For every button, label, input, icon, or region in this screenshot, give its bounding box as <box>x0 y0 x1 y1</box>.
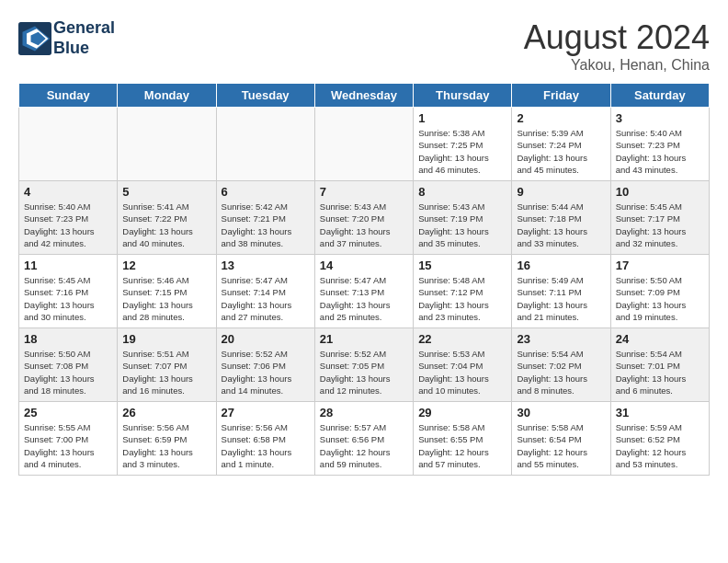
day-number: 30 <box>517 406 605 419</box>
cell-info: Sunrise: 5:50 AMSunset: 7:09 PMDaylight:… <box>616 274 704 323</box>
day-number: 27 <box>222 406 310 419</box>
day-number: 24 <box>616 332 704 346</box>
cell-info: Sunrise: 5:45 AMSunset: 7:17 PMDaylight:… <box>616 201 704 249</box>
day-number: 20 <box>222 332 310 346</box>
calendar-cell: 29Sunrise: 5:58 AMSunset: 6:55 PMDayligh… <box>414 402 512 476</box>
day-number: 16 <box>517 259 605 272</box>
calendar-cell: 21Sunrise: 5:52 AMSunset: 7:05 PMDayligh… <box>314 328 413 402</box>
day-number: 11 <box>24 259 112 272</box>
day-number: 18 <box>24 332 112 346</box>
page-header: General Blue August 2024 Yakou, Henan, C… <box>18 18 710 74</box>
calendar-cell: 2Sunrise: 5:39 AMSunset: 7:24 PMDaylight… <box>512 108 610 181</box>
day-number: 28 <box>320 406 408 419</box>
calendar-week-4: 18Sunrise: 5:50 AMSunset: 7:08 PMDayligh… <box>19 328 710 402</box>
day-number: 29 <box>418 406 506 419</box>
cell-info: Sunrise: 5:40 AMSunset: 7:23 PMDaylight:… <box>616 127 704 176</box>
day-number: 6 <box>222 185 310 199</box>
cell-info: Sunrise: 5:47 AMSunset: 7:14 PMDaylight:… <box>222 274 310 323</box>
calendar-cell: 15Sunrise: 5:48 AMSunset: 7:12 PMDayligh… <box>414 255 512 328</box>
day-number: 14 <box>320 259 408 272</box>
calendar-cell: 1Sunrise: 5:38 AMSunset: 7:25 PMDaylight… <box>414 108 512 181</box>
calendar-cell: 23Sunrise: 5:54 AMSunset: 7:02 PMDayligh… <box>512 328 610 402</box>
day-number: 31 <box>616 406 704 419</box>
calendar-cell: 18Sunrise: 5:50 AMSunset: 7:08 PMDayligh… <box>19 328 118 402</box>
cell-info: Sunrise: 5:57 AMSunset: 6:56 PMDaylight:… <box>320 421 408 470</box>
cell-info: Sunrise: 5:58 AMSunset: 6:55 PMDaylight:… <box>418 421 506 470</box>
logo-text: General Blue <box>53 18 115 58</box>
day-number: 23 <box>517 332 605 346</box>
cell-info: Sunrise: 5:55 AMSunset: 7:00 PMDaylight:… <box>24 421 112 470</box>
cell-info: Sunrise: 5:53 AMSunset: 7:04 PMDaylight:… <box>418 348 506 396</box>
day-header-monday: Monday <box>118 84 216 108</box>
day-number: 13 <box>222 259 310 272</box>
calendar-cell: 26Sunrise: 5:56 AMSunset: 6:59 PMDayligh… <box>118 402 216 476</box>
day-number: 19 <box>122 332 210 346</box>
day-header-tuesday: Tuesday <box>216 84 314 108</box>
day-number: 15 <box>418 259 506 272</box>
calendar-cell: 17Sunrise: 5:50 AMSunset: 7:09 PMDayligh… <box>610 255 709 328</box>
title-block: August 2024 Yakou, Henan, China <box>524 18 710 74</box>
calendar-cell: 25Sunrise: 5:55 AMSunset: 7:00 PMDayligh… <box>19 402 118 476</box>
month-title: August 2024 <box>524 18 710 57</box>
cell-info: Sunrise: 5:51 AMSunset: 7:07 PMDaylight:… <box>122 348 210 396</box>
day-number: 10 <box>616 185 704 199</box>
calendar-week-3: 11Sunrise: 5:45 AMSunset: 7:16 PMDayligh… <box>19 255 710 328</box>
calendar-cell: 16Sunrise: 5:49 AMSunset: 7:11 PMDayligh… <box>512 255 610 328</box>
calendar-cell: 24Sunrise: 5:54 AMSunset: 7:01 PMDayligh… <box>610 328 709 402</box>
calendar-cell: 27Sunrise: 5:56 AMSunset: 6:58 PMDayligh… <box>216 402 314 476</box>
calendar-cell: 9Sunrise: 5:44 AMSunset: 7:18 PMDaylight… <box>512 181 610 255</box>
day-number: 5 <box>122 185 210 199</box>
logo: General Blue <box>18 18 115 58</box>
cell-info: Sunrise: 5:42 AMSunset: 7:21 PMDaylight:… <box>222 201 310 249</box>
cell-info: Sunrise: 5:40 AMSunset: 7:23 PMDaylight:… <box>24 201 112 249</box>
calendar-cell: 19Sunrise: 5:51 AMSunset: 7:07 PMDayligh… <box>118 328 216 402</box>
cell-info: Sunrise: 5:54 AMSunset: 7:02 PMDaylight:… <box>517 348 605 396</box>
calendar-cell <box>216 108 314 181</box>
calendar-cell: 22Sunrise: 5:53 AMSunset: 7:04 PMDayligh… <box>414 328 512 402</box>
calendar-header-row: SundayMondayTuesdayWednesdayThursdayFrid… <box>19 84 710 108</box>
cell-info: Sunrise: 5:39 AMSunset: 7:24 PMDaylight:… <box>517 127 605 176</box>
calendar-cell: 20Sunrise: 5:52 AMSunset: 7:06 PMDayligh… <box>216 328 314 402</box>
calendar-cell: 6Sunrise: 5:42 AMSunset: 7:21 PMDaylight… <box>216 181 314 255</box>
cell-info: Sunrise: 5:52 AMSunset: 7:06 PMDaylight:… <box>222 348 310 396</box>
calendar-cell: 8Sunrise: 5:43 AMSunset: 7:19 PMDaylight… <box>414 181 512 255</box>
cell-info: Sunrise: 5:49 AMSunset: 7:11 PMDaylight:… <box>517 274 605 323</box>
calendar-body: 1Sunrise: 5:38 AMSunset: 7:25 PMDaylight… <box>19 108 710 476</box>
day-number: 22 <box>418 332 506 346</box>
cell-info: Sunrise: 5:48 AMSunset: 7:12 PMDaylight:… <box>418 274 506 323</box>
day-number: 26 <box>122 406 210 419</box>
calendar-cell: 10Sunrise: 5:45 AMSunset: 7:17 PMDayligh… <box>610 181 709 255</box>
day-number: 2 <box>517 111 605 125</box>
calendar-week-2: 4Sunrise: 5:40 AMSunset: 7:23 PMDaylight… <box>19 181 710 255</box>
cell-info: Sunrise: 5:47 AMSunset: 7:13 PMDaylight:… <box>320 274 408 323</box>
day-number: 1 <box>418 111 506 125</box>
calendar-cell <box>118 108 216 181</box>
cell-info: Sunrise: 5:38 AMSunset: 7:25 PMDaylight:… <box>418 127 506 176</box>
day-header-thursday: Thursday <box>414 84 512 108</box>
day-header-friday: Friday <box>512 84 610 108</box>
calendar-cell: 7Sunrise: 5:43 AMSunset: 7:20 PMDaylight… <box>314 181 413 255</box>
day-number: 25 <box>24 406 112 419</box>
day-number: 3 <box>616 111 704 125</box>
calendar-cell: 12Sunrise: 5:46 AMSunset: 7:15 PMDayligh… <box>118 255 216 328</box>
cell-info: Sunrise: 5:56 AMSunset: 6:58 PMDaylight:… <box>222 421 310 470</box>
cell-info: Sunrise: 5:59 AMSunset: 6:52 PMDaylight:… <box>616 421 704 470</box>
calendar-cell <box>314 108 413 181</box>
cell-info: Sunrise: 5:44 AMSunset: 7:18 PMDaylight:… <box>517 201 605 249</box>
day-number: 9 <box>517 185 605 199</box>
cell-info: Sunrise: 5:58 AMSunset: 6:54 PMDaylight:… <box>517 421 605 470</box>
calendar-cell <box>19 108 118 181</box>
calendar-cell: 31Sunrise: 5:59 AMSunset: 6:52 PMDayligh… <box>610 402 709 476</box>
calendar-cell: 11Sunrise: 5:45 AMSunset: 7:16 PMDayligh… <box>19 255 118 328</box>
calendar-cell: 5Sunrise: 5:41 AMSunset: 7:22 PMDaylight… <box>118 181 216 255</box>
cell-info: Sunrise: 5:46 AMSunset: 7:15 PMDaylight:… <box>122 274 210 323</box>
cell-info: Sunrise: 5:52 AMSunset: 7:05 PMDaylight:… <box>320 348 408 396</box>
calendar-cell: 14Sunrise: 5:47 AMSunset: 7:13 PMDayligh… <box>314 255 413 328</box>
day-number: 21 <box>320 332 408 346</box>
day-number: 17 <box>616 259 704 272</box>
calendar-week-1: 1Sunrise: 5:38 AMSunset: 7:25 PMDaylight… <box>19 108 710 181</box>
day-number: 7 <box>320 185 408 199</box>
cell-info: Sunrise: 5:54 AMSunset: 7:01 PMDaylight:… <box>616 348 704 396</box>
calendar-cell: 28Sunrise: 5:57 AMSunset: 6:56 PMDayligh… <box>314 402 413 476</box>
cell-info: Sunrise: 5:43 AMSunset: 7:20 PMDaylight:… <box>320 201 408 249</box>
